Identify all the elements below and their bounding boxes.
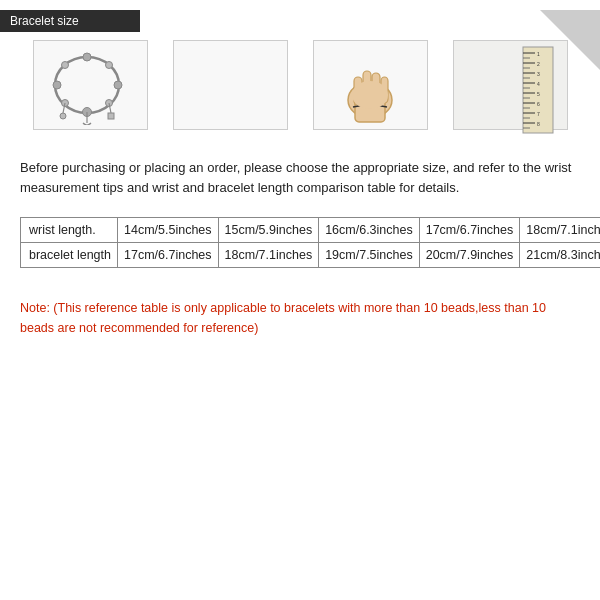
svg-text:2: 2: [537, 61, 540, 67]
size-table: wrist length.14cm/5.5inches15cm/5.9inche…: [20, 217, 600, 268]
table-row: bracelet length17cm/6.7inches18cm/7.1inc…: [21, 243, 601, 268]
svg-point-8: [106, 62, 113, 69]
svg-text:4: 4: [537, 81, 540, 87]
table-cell: 14cm/5.5inches: [118, 218, 219, 243]
svg-text:1: 1: [537, 51, 540, 57]
description-text: Before purchasing or placing an order, p…: [0, 150, 600, 207]
table-cell: 21cm/8.3inches: [520, 243, 600, 268]
svg-point-20: [352, 81, 388, 109]
svg-point-11: [60, 113, 66, 119]
row-label: bracelet length: [21, 243, 118, 268]
table-cell: 16cm/6.3inches: [319, 218, 420, 243]
svg-text:8: 8: [537, 121, 540, 127]
empty-box-1: [173, 40, 288, 130]
svg-rect-13: [108, 113, 114, 119]
table-cell: 20cm/7.9inches: [419, 243, 520, 268]
table-cell: 18cm/7.1inches: [520, 218, 600, 243]
svg-text:3: 3: [537, 71, 540, 77]
table-row: wrist length.14cm/5.5inches15cm/5.9inche…: [21, 218, 601, 243]
table-cell: 15cm/5.9inches: [218, 218, 319, 243]
header-bar: Bracelet size: [0, 10, 140, 32]
row-label: wrist length.: [21, 218, 118, 243]
svg-point-1: [83, 53, 91, 61]
svg-text:5: 5: [537, 91, 540, 97]
svg-text:6: 6: [537, 101, 540, 107]
note-text: Note: (This reference table is only appl…: [0, 278, 600, 348]
bracelet-image: [33, 40, 148, 130]
svg-text:7: 7: [537, 111, 540, 117]
svg-point-3: [53, 81, 61, 89]
page-wrapper: Bracelet size: [0, 10, 600, 600]
wrist-measurement-image: [313, 40, 428, 130]
svg-point-2: [62, 62, 69, 69]
table-cell: 17cm/6.7inches: [118, 243, 219, 268]
table-cell: 19cm/7.5inches: [319, 243, 420, 268]
svg-point-7: [114, 81, 122, 89]
description-content: Before purchasing or placing an order, p…: [20, 160, 571, 195]
header-title: Bracelet size: [10, 14, 79, 28]
ruler-image: 1 2 3 4 5 6 7 8: [453, 40, 568, 130]
table-cell: 18cm/7.1inches: [218, 243, 319, 268]
note-content: Note: (This reference table is only appl…: [20, 301, 546, 335]
table-cell: 17cm/6.7inches: [419, 218, 520, 243]
